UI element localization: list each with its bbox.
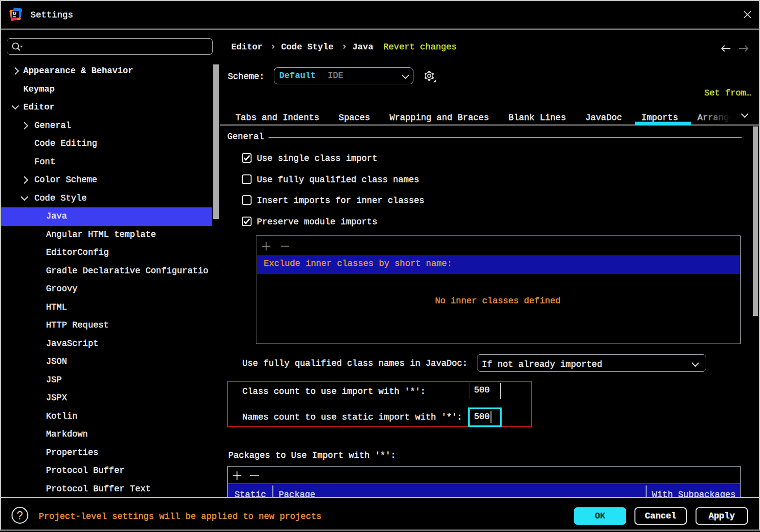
svg-text:?: ? bbox=[17, 509, 23, 522]
